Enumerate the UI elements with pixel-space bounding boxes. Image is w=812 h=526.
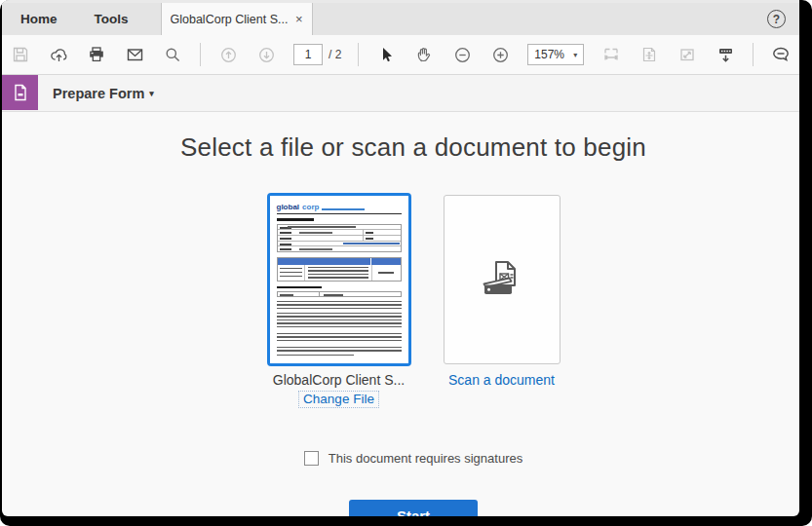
tab-bar: Home Tools GlobalCorp Client S... × ? [2, 0, 799, 35]
thumbnail-paragraph [277, 347, 402, 352]
previous-page-icon[interactable] [217, 44, 239, 65]
tab-home[interactable]: Home [2, 3, 76, 35]
chevron-down-icon: ▾ [573, 51, 577, 59]
thumbnail-logo-left: global [277, 204, 300, 211]
page-navigation: 1 / 2 [293, 44, 341, 65]
tab-document[interactable]: GlobalCorp Client S... × [161, 3, 313, 35]
source-cards: global corp [267, 193, 561, 408]
scanner-icon [478, 255, 526, 304]
selected-file-card[interactable]: global corp [267, 193, 411, 366]
zoom-out-icon[interactable] [451, 44, 473, 65]
thumbnail-logo: global corp [277, 204, 402, 211]
search-icon[interactable] [162, 44, 183, 65]
scan-document-link[interactable]: Scan a document [448, 372, 555, 388]
document-thumbnail: global corp [270, 196, 408, 363]
selected-file-name: GlobalCorp Client S... [273, 372, 405, 388]
scrolling-mode-icon[interactable] [715, 44, 736, 65]
thumbnail-paragraph [277, 313, 402, 329]
thumbnail-info-table [277, 224, 402, 253]
thumbnail-paragraph [277, 355, 354, 356]
close-tab-icon[interactable]: × [295, 13, 303, 25]
page-count-label: / 2 [329, 48, 341, 61]
thumbnail-logo-right: corp [302, 204, 319, 211]
main-toolbar: 1 / 2 157% ▾ [2, 35, 799, 75]
thumbnail-section-heading [277, 218, 314, 220]
toolbar-divider [358, 43, 359, 66]
save-icon[interactable] [10, 44, 31, 65]
tab-document-label: GlobalCorp Client S... [171, 13, 289, 26]
fit-width-icon[interactable] [600, 44, 622, 65]
prepare-form-content: Select a file or scan a document to begi… [15, 112, 799, 516]
help-icon[interactable]: ? [767, 10, 786, 28]
comment-icon[interactable] [770, 44, 792, 65]
prepare-form-menu[interactable]: Prepare Form ▾ [53, 86, 154, 101]
email-icon[interactable] [124, 44, 145, 65]
window-frame: Home Tools GlobalCorp Client S... × ? [0, 0, 812, 526]
thumbnail-logo-tagline [322, 208, 365, 210]
page-title: Select a file or scan a document to begi… [180, 132, 646, 163]
tab-bar-spacer [313, 3, 767, 35]
select-tool-icon[interactable] [375, 44, 397, 65]
prepare-form-bar: Prepare Form ▾ [2, 75, 799, 112]
thumbnail-paragraph [277, 333, 402, 343]
zoom-level-value: 157% [534, 48, 564, 61]
acrobat-window: Home Tools GlobalCorp Client S... × ? [2, 0, 799, 516]
hand-tool-icon[interactable] [413, 44, 435, 65]
page-number-input[interactable]: 1 [293, 44, 323, 65]
prepare-form-tool-icon [2, 75, 38, 110]
signatures-checkbox-label: This document requires signatures [329, 451, 522, 466]
prepare-form-label: Prepare Form [53, 86, 144, 101]
toolbar-divider [200, 43, 201, 66]
scan-document-card[interactable] [444, 195, 561, 364]
thumbnail-rule [277, 213, 402, 214]
thumbnail-description-table [277, 257, 402, 282]
share-cloud-upload-icon[interactable] [48, 44, 69, 65]
thumbnail-mini-table [277, 291, 402, 297]
signatures-option-row: This document requires signatures [304, 451, 522, 466]
full-screen-icon[interactable] [677, 44, 698, 65]
change-file-link[interactable]: Change File [298, 391, 379, 408]
start-button[interactable]: Start [349, 500, 478, 516]
thumbnail-paragraph [277, 301, 402, 309]
toolbar-divider [753, 43, 754, 66]
chevron-down-icon: ▾ [149, 89, 154, 98]
zoom-level-select[interactable]: 157% ▾ [527, 44, 584, 65]
thumbnail-section-heading [277, 286, 322, 288]
scan-card-column: Scan a document [444, 193, 561, 388]
tab-tools[interactable]: Tools [76, 3, 147, 35]
signatures-checkbox[interactable] [304, 451, 319, 466]
file-card-column: global corp [267, 193, 411, 408]
fit-page-icon[interactable] [638, 44, 660, 65]
next-page-icon[interactable] [255, 44, 277, 65]
print-icon[interactable] [86, 44, 107, 65]
zoom-in-icon[interactable] [489, 44, 511, 65]
